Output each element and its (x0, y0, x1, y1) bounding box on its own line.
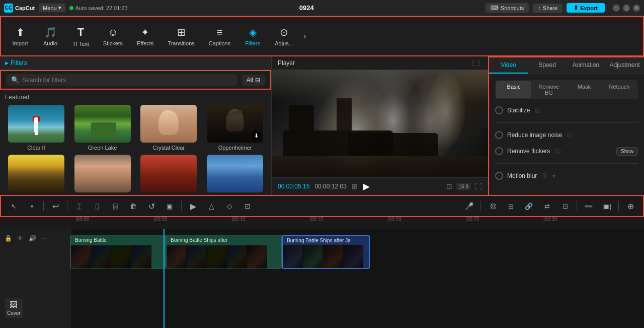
toolbar-item-audio[interactable]: 🎵 Audio (35, 22, 65, 50)
export-button[interactable]: ⬆ Export (567, 3, 605, 13)
filter-item-woman[interactable] (71, 155, 134, 194)
share-button[interactable]: ↑ Share (533, 4, 562, 13)
show-badge[interactable]: Show (616, 147, 638, 156)
toolbar-separator-2 (67, 201, 67, 211)
filter-item-green-lake[interactable]: Green Lake (71, 105, 134, 151)
filter-item-oppenheimer[interactable]: ⬇ Oppenheimer (204, 105, 266, 151)
cursor-tool[interactable]: ↖ (5, 198, 22, 214)
toolbar-item-stickers[interactable]: ☺ Stickers (96, 23, 130, 50)
sub-tab-mask[interactable]: Mask (567, 81, 602, 98)
preview-button[interactable]: ⊡ (556, 198, 574, 214)
flip-h-tool[interactable]: △ (203, 198, 220, 214)
track-more-icon[interactable]: ··· (39, 233, 49, 243)
menu-button[interactable]: Menu ▾ (39, 4, 65, 12)
clip-2[interactable]: Burning Battle Ships after (166, 235, 282, 269)
transitions-icon: ⊞ (177, 26, 186, 38)
clip-3[interactable]: Burning Battle Ships after Ja (282, 235, 370, 269)
close-button[interactable]: ✕ (633, 5, 640, 12)
select-tool[interactable]: ▣ (161, 198, 178, 214)
timeline-ruler: |00:00 |00:05 |00:10 |00:15 |00:20 |00:2… (0, 217, 644, 229)
track-lock-icon[interactable]: 🔒 (3, 233, 13, 243)
sub-tab-basic[interactable]: Basic (496, 81, 531, 98)
zoom-in-button[interactable]: |◼| (598, 198, 615, 214)
current-time: 00:00:05:15 (278, 183, 309, 190)
filter-item-red-profile[interactable] (138, 155, 200, 194)
toolbar-item-text[interactable]: T TI Text (65, 22, 96, 51)
reduce-noise-option: Reduce image noise ⓘ (495, 131, 638, 139)
toolbar-adjust-label: Adjus... (275, 40, 293, 46)
track-eye-icon[interactable]: 👁 (15, 233, 25, 243)
effects-icon: ✦ (141, 26, 149, 38)
playhead[interactable] (164, 229, 165, 328)
link-clips-button[interactable]: ⛓ (484, 198, 501, 214)
filter-thumb-crystal-clear (140, 105, 197, 143)
remove-flickers-label: Remove flickers (507, 148, 550, 155)
player-menu-icon[interactable]: ⋮⋮ (470, 59, 482, 67)
filter-thumb-green-lake (74, 105, 131, 143)
timeline-toggle-icon[interactable]: ⊞ (352, 182, 358, 190)
toolbar-item-captions[interactable]: ≡ Captions (202, 23, 237, 50)
add-track-button[interactable]: ⊕ (622, 198, 639, 214)
split-tool-1[interactable]: ⌶ (70, 198, 88, 214)
toolbar-item-transitions[interactable]: ⊞ Transitions (160, 22, 201, 50)
tab-speed[interactable]: Speed (528, 57, 567, 74)
search-row: 🔍 All ⊟ (0, 70, 271, 90)
toolbar-item-import[interactable]: ⬆ Import (5, 22, 35, 50)
player-video (272, 70, 488, 177)
ruler-mark-6: |00:30 (543, 217, 557, 222)
loop-button[interactable]: ⇄ (538, 198, 555, 214)
top-bar-right: ⌨ Shortcuts ↑ Share ⬆ Export − □ ✕ (486, 3, 640, 13)
zoom-out-button[interactable]: ➖ (580, 198, 597, 214)
remove-flickers-checkbox[interactable] (495, 147, 503, 155)
split-tool-3[interactable]: ⌸ (107, 198, 124, 214)
ruler-mark-3: |00:15 (309, 217, 324, 222)
sub-tab-retouch[interactable]: Retouch (602, 81, 637, 98)
link-button[interactable]: 🔗 (520, 198, 537, 214)
shortcuts-button[interactable]: ⌨ Shortcuts (486, 3, 529, 13)
play-clip-tool[interactable]: ▶ (185, 198, 202, 214)
crop-tool[interactable]: ⊡ (239, 198, 256, 214)
remove-flickers-info-icon: ⓘ (555, 148, 560, 155)
toolbar-text-label: TI Text (72, 41, 89, 47)
toolbar-more-button[interactable]: › (300, 28, 309, 45)
filter-item-ocean[interactable] (204, 155, 266, 194)
filter-item-clear-ii[interactable]: Clear II (5, 105, 67, 151)
clip-1[interactable]: Burning Battle (70, 235, 166, 269)
tab-adjustment[interactable]: Adjustment (605, 57, 644, 74)
undo-button[interactable]: ↩ (47, 198, 64, 214)
maximize-button[interactable]: □ (623, 5, 630, 12)
filter-item-palm[interactable] (5, 155, 67, 194)
tab-animation[interactable]: Animation (567, 57, 605, 74)
undo2-tool[interactable]: ↺ (143, 198, 160, 214)
search-input-wrap[interactable]: 🔍 (6, 74, 237, 86)
freeze-tool[interactable]: ◇ (221, 198, 238, 214)
track-audio-icon[interactable]: 🔊 (27, 233, 37, 243)
filter-options-icon: ⊟ (255, 77, 260, 84)
search-input[interactable] (22, 77, 232, 84)
filter-item-crystal-clear[interactable]: Crystal Clear (138, 105, 200, 151)
sub-tab-remove-bg[interactable]: Remove BG (531, 81, 567, 98)
reduce-noise-checkbox[interactable] (495, 131, 503, 139)
top-bar: CC CapCut Menu ▾ Auto saved: 22:01:23 09… (0, 0, 644, 16)
mic-button[interactable]: 🎤 (460, 198, 477, 214)
split-tool-2[interactable]: ⌷ (89, 198, 106, 214)
filter-grid: Clear II Green Lake (5, 105, 266, 194)
minimize-button[interactable]: − (613, 5, 620, 12)
all-filters-button[interactable]: All ⊟ (242, 75, 265, 86)
project-title: 0924 (132, 4, 481, 12)
toolbar-item-adjust[interactable]: ⊙ Adjus... (268, 22, 300, 50)
grid-view-button[interactable]: ⊞ (502, 198, 519, 214)
motion-blur-checkbox[interactable] (495, 172, 503, 180)
player-header: Player ⋮⋮ (272, 56, 488, 70)
cover-button[interactable]: 🖼 Cover (5, 298, 23, 318)
delete-tool[interactable]: 🗑 (125, 198, 142, 214)
ruler-mark-0: |00:00 (75, 217, 90, 222)
cursor-dropdown[interactable]: ▾ (23, 198, 40, 214)
tab-video[interactable]: Video (489, 57, 528, 74)
toolbar-item-effects[interactable]: ✦ Effects (130, 22, 160, 50)
play-button[interactable]: ▶ (363, 181, 370, 192)
toolbar-item-filters[interactable]: ◈ Filters (237, 22, 268, 50)
stabilize-checkbox[interactable] (495, 106, 503, 114)
fullscreen-icon[interactable]: ⛶ (475, 182, 482, 190)
crop-frame-icon[interactable]: ⊡ (446, 182, 452, 190)
